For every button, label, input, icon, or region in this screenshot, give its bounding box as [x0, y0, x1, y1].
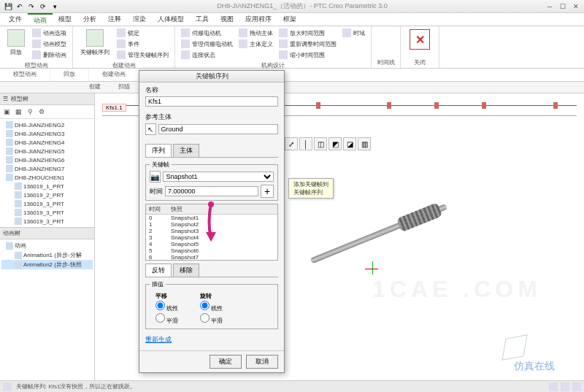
cancel-button[interactable]: 取消 [246, 355, 278, 369]
tree-node[interactable]: 136019_3_PRT [1, 199, 93, 208]
menu-view[interactable]: 视图 [215, 13, 239, 26]
maximize-icon[interactable]: ☐ [558, 1, 568, 12]
anim-node[interactable]: Animation2 (异步-快照 [1, 260, 93, 269]
anim-tree-header[interactable]: 动画树 [0, 228, 94, 239]
delete-anim-button[interactable]: 删除动画 [31, 50, 68, 60]
tree-node[interactable]: 136019_3_PRT [1, 208, 93, 217]
tab-reverse[interactable]: 反转 [145, 264, 172, 277]
name-input[interactable] [145, 96, 278, 107]
menu-file[interactable]: 文件 [3, 13, 28, 26]
anim-node[interactable]: Animation1 (异步-分解 [1, 250, 93, 260]
display-icon[interactable]: ◩ [328, 137, 342, 150]
lock-button[interactable]: 锁定 [115, 28, 170, 38]
camera-icon[interactable]: 📷 [150, 171, 161, 182]
orient-icon[interactable]: ◫ [314, 137, 327, 150]
tab-remove[interactable]: 移除 [173, 264, 199, 277]
status-tool-3[interactable] [572, 383, 581, 391]
event-button[interactable]: 事件 [115, 39, 170, 49]
close-window-icon[interactable]: ✕ [571, 1, 581, 12]
menu-model[interactable]: 模型 [53, 13, 77, 26]
anim-model-button[interactable]: 动画模型 [31, 39, 68, 49]
trans-smooth-radio[interactable]: 平滑 [155, 313, 178, 325]
tree-node[interactable]: DH8-JIANZHENG4 [1, 138, 93, 147]
tree-node[interactable]: 136019_1_PRT [1, 182, 93, 191]
timeline-item-name[interactable]: Kfs1.1 [102, 104, 126, 112]
tab-playback[interactable]: 回放 [50, 69, 89, 81]
subtab-scan[interactable]: 扫描 [110, 82, 139, 93]
keyframe-row[interactable]: 1Snapshot2 [146, 221, 277, 228]
manage-motor-button[interactable]: 管理伺服电动机 [180, 39, 234, 49]
manage-keyframe-button[interactable]: 管理关键帧序列 [115, 50, 170, 60]
tab-sequence[interactable]: 序列 [145, 144, 172, 157]
regen-link[interactable]: 重新生成 [145, 336, 172, 343]
tree-node[interactable]: 136019_3_PRT [1, 217, 93, 226]
qat-more-icon[interactable]: ▾ [50, 1, 60, 12]
menu-manikin[interactable]: 人体模型 [152, 13, 190, 26]
keyframe-row[interactable]: 3Snapshot4 [146, 234, 277, 241]
misc-icon[interactable]: ▥ [358, 137, 371, 150]
add-keyframe-button[interactable]: + [261, 185, 274, 198]
qat-regen-icon[interactable]: ⟳ [38, 1, 48, 12]
tree-node[interactable]: DH8-JIANZHENG2 [1, 120, 93, 129]
dialog-title[interactable]: 关键帧序列 [139, 71, 284, 82]
qat-save-icon[interactable]: 💾 [3, 1, 13, 12]
conn-status-button[interactable]: 连接状态 [180, 50, 234, 60]
model-tree-header[interactable]: ☰ 模型树 [0, 93, 94, 105]
tree-tool-2[interactable]: ▦ [13, 107, 23, 117]
snapshot-select[interactable]: Snapshot1 [163, 172, 274, 182]
tree-node[interactable]: DH8-JIANZHENG6 [1, 155, 93, 164]
menu-animation[interactable]: 动画 [28, 13, 53, 26]
menu-analysis[interactable]: 分析 [77, 13, 102, 26]
rot-linear-radio[interactable]: 线性 [200, 301, 223, 312]
servo-motor-button[interactable]: 伺服电动机 [180, 28, 234, 38]
zoom-time-button[interactable]: 放大时间范围 [277, 28, 338, 38]
trans-linear-radio[interactable]: 线性 [155, 301, 178, 312]
keyframe-row[interactable]: 6Snapshot7 [146, 254, 277, 261]
refit-time-button[interactable]: 重新调整时间范围 [277, 39, 338, 49]
minimize-icon[interactable]: ─ [545, 1, 555, 12]
qat-redo-icon[interactable]: ↷ [26, 1, 36, 12]
tree-node[interactable]: DH8-JIANZHENG3 [1, 129, 93, 138]
status-tool-1[interactable] [549, 383, 558, 391]
tab-model-anim[interactable]: 模型动画 [0, 69, 50, 81]
tree-node[interactable]: 136019_2_PRT [1, 191, 93, 199]
tree-node[interactable]: DH8-ZHOUCHEN1 [1, 173, 93, 182]
keyframe-row[interactable]: 5Snapshot6 [146, 247, 277, 254]
refit-icon[interactable]: ⤢ [285, 137, 298, 150]
keyframe-list[interactable]: 时间快照 0Snapshot11Snapshot22Snapshot33Snap… [145, 204, 278, 261]
menu-annotate[interactable]: 注释 [102, 13, 127, 26]
status-tool-2[interactable] [561, 383, 569, 391]
model-tree[interactable]: DH8-JIANZHENG2DH8-JIANZHENG3DH8-JIANZHEN… [0, 119, 94, 227]
ref-body-input[interactable] [158, 124, 278, 134]
keyframe-row[interactable]: 4Snapshot5 [146, 241, 277, 247]
rot-smooth-radio[interactable]: 平滑 [200, 313, 223, 325]
tree-tool-1[interactable]: ▣ [1, 107, 12, 117]
anim-tree[interactable]: 动画 Animation1 (异步-分解Animation2 (异步-快照 [0, 239, 94, 271]
playback-button[interactable]: 回放 [4, 28, 28, 58]
close-button[interactable]: ✕ [410, 29, 430, 50]
shade-icon[interactable]: ◪ [343, 137, 356, 150]
subtab-create[interactable]: 创建 [80, 82, 110, 93]
keyframe-row[interactable]: 2Snapshot3 [146, 228, 277, 234]
ok-button[interactable]: 确定 [210, 355, 242, 369]
menu-tools[interactable]: 工具 [190, 13, 215, 26]
tree-node[interactable]: DH8-JIANZHENG7 [1, 164, 93, 173]
keyframe-row[interactable]: 0Snapshot1 [146, 215, 277, 221]
tree-filter-icon[interactable]: ⚲ [25, 107, 35, 117]
tab-body[interactable]: 主体 [173, 144, 199, 157]
tree-settings-icon[interactable]: ⚙ [36, 107, 47, 117]
drag-body-button[interactable]: 拖动主体 [237, 28, 274, 38]
time-input[interactable] [165, 186, 258, 196]
qat-undo-icon[interactable]: ↶ [15, 1, 25, 12]
menu-apps[interactable]: 应用程序 [239, 13, 277, 26]
menu-render[interactable]: 渲染 [127, 13, 152, 26]
pick-icon[interactable]: ↖ [145, 123, 156, 135]
anim-options-button[interactable]: 动画选项 [31, 28, 68, 38]
timedomain-button[interactable]: 时域 [341, 28, 366, 38]
tree-node[interactable]: DH8-JIANZHENG5 [1, 147, 93, 155]
tab-create-anim[interactable]: 创建动画 [89, 69, 139, 81]
zoomout-time-button[interactable]: 缩小时间范围 [277, 50, 338, 60]
anim-root-node[interactable]: 动画 [1, 241, 93, 250]
menu-framework[interactable]: 框架 [277, 13, 302, 26]
body-def-button[interactable]: 主体定义 [237, 39, 274, 49]
